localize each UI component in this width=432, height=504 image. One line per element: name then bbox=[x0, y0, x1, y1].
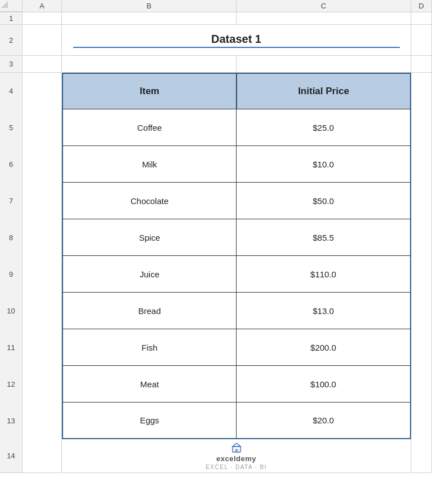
row-number-13: 13 bbox=[0, 403, 23, 439]
cell-a12 bbox=[23, 366, 62, 403]
cell-d8 bbox=[411, 219, 432, 256]
row-number-8: 8 bbox=[0, 219, 23, 256]
cell-d3 bbox=[411, 56, 432, 72]
row-number-5: 5 bbox=[0, 109, 23, 146]
cell-d2 bbox=[411, 25, 432, 55]
row-6: 6 Milk $10.0 bbox=[0, 146, 432, 183]
cell-c6: $10.0 bbox=[237, 146, 411, 183]
cell-a2 bbox=[23, 25, 62, 55]
cell-c7: $50.0 bbox=[237, 183, 411, 219]
cell-c5: $25.0 bbox=[237, 109, 411, 146]
svg-marker-0 bbox=[1, 1, 8, 8]
table-header-price: Initial Price bbox=[237, 73, 411, 109]
col-header-b: B bbox=[62, 0, 237, 12]
title-cell: Dataset 1 bbox=[62, 25, 411, 55]
cell-d5 bbox=[411, 109, 432, 146]
row-1: 1 bbox=[0, 12, 432, 25]
cell-b8: Spice bbox=[62, 219, 237, 256]
cell-c12: $100.0 bbox=[237, 366, 411, 403]
cell-c9: $110.0 bbox=[237, 256, 411, 293]
cell-a3 bbox=[23, 56, 62, 72]
cell-b7: Chocolate bbox=[62, 183, 237, 219]
cell-a5 bbox=[23, 109, 62, 146]
cell-a1 bbox=[23, 12, 62, 24]
cell-b11: Fish bbox=[62, 329, 237, 366]
row-number-4: 4 bbox=[0, 73, 23, 109]
row-number-11: 11 bbox=[0, 329, 23, 366]
row-9: 9 Juice $110.0 bbox=[0, 256, 432, 293]
cell-c3 bbox=[237, 56, 411, 72]
row-number-7: 7 bbox=[0, 183, 23, 219]
col-header-c: C bbox=[237, 0, 411, 12]
dataset-title: Dataset 1 bbox=[211, 33, 261, 46]
cell-d10 bbox=[411, 293, 432, 329]
cell-d12 bbox=[411, 366, 432, 403]
svg-marker-2 bbox=[233, 443, 241, 446]
row-10: 10 Bread $13.0 bbox=[0, 293, 432, 329]
cell-b6: Milk bbox=[62, 146, 237, 183]
col-header-a: A bbox=[23, 0, 62, 12]
cell-a11 bbox=[23, 329, 62, 366]
cell-c10: $13.0 bbox=[237, 293, 411, 329]
column-headers: A B C D bbox=[0, 0, 432, 12]
spreadsheet: A B C D 1 2 Dataset 1 3 4 Item bbox=[0, 0, 432, 504]
corner-cell bbox=[0, 0, 23, 12]
title-underline bbox=[73, 47, 400, 48]
cell-c8: $85.5 bbox=[237, 219, 411, 256]
cell-d14 bbox=[411, 439, 432, 472]
cell-a4 bbox=[23, 73, 62, 109]
watermark: exceldemy EXCEL · DATA · BI bbox=[206, 439, 267, 472]
watermark-brand-name: exceldemy bbox=[216, 454, 256, 463]
watermark-icon bbox=[231, 442, 242, 453]
row-14: 14 exceldemy EXCEL · DATA · BI bbox=[0, 439, 432, 473]
cell-d11 bbox=[411, 329, 432, 366]
row-number-1: 1 bbox=[0, 12, 23, 24]
cell-a9 bbox=[23, 256, 62, 293]
exceldemy-logo-icon bbox=[231, 442, 242, 453]
row-number-14: 14 bbox=[0, 439, 23, 472]
table-header-item: Item bbox=[62, 73, 237, 109]
row-11: 11 Fish $200.0 bbox=[0, 329, 432, 366]
cell-a7 bbox=[23, 183, 62, 219]
row-number-12: 12 bbox=[0, 366, 23, 403]
svg-rect-3 bbox=[235, 449, 238, 452]
row-4-table-header: 4 Item Initial Price bbox=[0, 73, 432, 109]
cell-d13 bbox=[411, 403, 432, 439]
watermark-tagline: EXCEL · DATA · BI bbox=[206, 464, 267, 470]
cell-b3 bbox=[62, 56, 237, 72]
cell-d9 bbox=[411, 256, 432, 293]
row-number-10: 10 bbox=[0, 293, 23, 329]
cell-d4 bbox=[411, 73, 432, 109]
cell-b5: Coffee bbox=[62, 109, 237, 146]
cell-b9: Juice bbox=[62, 256, 237, 293]
cell-b13: Eggs bbox=[62, 403, 237, 439]
watermark-cell: exceldemy EXCEL · DATA · BI bbox=[62, 439, 411, 472]
cell-b10: Bread bbox=[62, 293, 237, 329]
row-5: 5 Coffee $25.0 bbox=[0, 109, 432, 146]
row-12: 12 Meat $100.0 bbox=[0, 366, 432, 403]
cell-d1 bbox=[411, 12, 432, 24]
cell-a14 bbox=[23, 439, 62, 472]
cell-c1 bbox=[237, 12, 411, 24]
cell-d6 bbox=[411, 146, 432, 183]
cell-d7 bbox=[411, 183, 432, 219]
cell-b12: Meat bbox=[62, 366, 237, 403]
row-7: 7 Chocolate $50.0 bbox=[0, 183, 432, 219]
cell-b1 bbox=[62, 12, 237, 24]
cell-c11: $200.0 bbox=[237, 329, 411, 366]
row-2: 2 Dataset 1 bbox=[0, 25, 432, 56]
row-number-9: 9 bbox=[0, 256, 23, 293]
row-number-6: 6 bbox=[0, 146, 23, 183]
cell-c13: $20.0 bbox=[237, 403, 411, 439]
col-header-d: D bbox=[411, 0, 432, 12]
cell-a8 bbox=[23, 219, 62, 256]
row-number-2: 2 bbox=[0, 25, 23, 55]
cell-a13 bbox=[23, 403, 62, 439]
cell-a10 bbox=[23, 293, 62, 329]
cell-a6 bbox=[23, 146, 62, 183]
row-3: 3 bbox=[0, 56, 432, 73]
row-8: 8 Spice $85.5 bbox=[0, 219, 432, 256]
row-number-3: 3 bbox=[0, 56, 23, 72]
row-13: 13 Eggs $20.0 bbox=[0, 403, 432, 439]
